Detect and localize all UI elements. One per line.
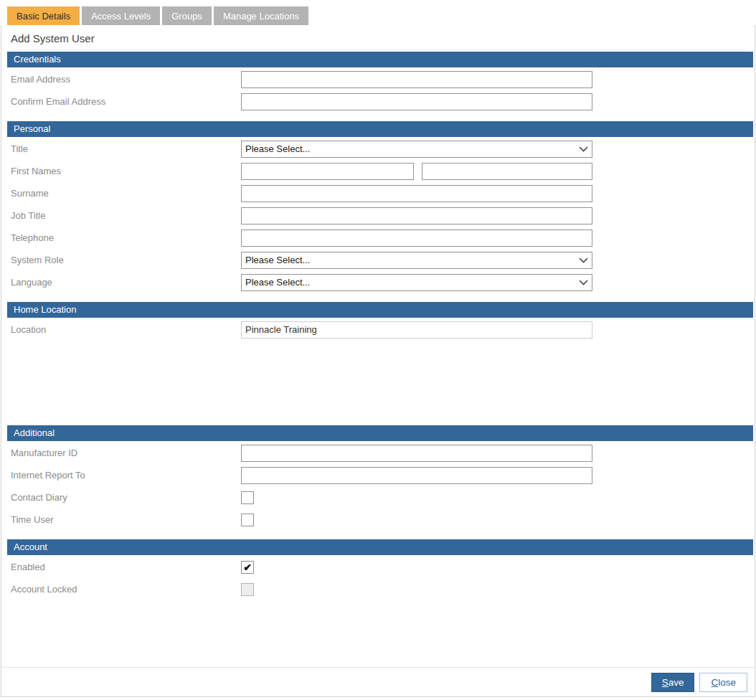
tab-strip: Basic DetailsAccess LevelsGroupsManage L… [7,6,308,25]
email-address-input[interactable] [241,71,592,88]
form-row: Manufacturer ID [1,442,755,464]
section-header-additional: Additional [7,425,753,441]
account-locked-checkbox [241,583,254,596]
title-select[interactable]: Please Select... [241,141,592,158]
first-names-inputs [241,163,592,180]
section-personal: PersonalTitlePlease Select...First Names… [1,121,755,293]
form-row: Email Address [1,68,755,90]
form-row: Telephone [1,227,755,249]
system-role-select[interactable]: Please Select... [241,252,592,269]
confirm-email-address-label: Confirm Email Address [11,96,241,107]
form-row: Contact Diary [1,486,755,509]
system-role-label: System Role [11,255,241,265]
chevron-down-icon [577,276,590,288]
form-row: Surname [1,182,755,204]
account-locked-label: Account Locked [11,584,241,595]
surname-label: Surname [11,188,241,199]
job-title-label: Job Title [11,210,241,221]
chevron-down-icon [577,254,590,266]
contact-diary-label: Contact Diary [11,492,241,503]
section-rows: Location [1,318,755,341]
telephone-input[interactable] [241,230,592,247]
title-selected-value: Please Select... [245,143,310,154]
time-user-label: Time User [11,514,241,525]
form-row: Location [1,318,755,341]
manufacturer-id-label: Manufacturer ID [11,448,241,458]
section-header-credentials: Credentials [7,52,753,67]
job-title-input[interactable] [241,207,592,224]
form-row: Internet Report To [1,464,755,486]
section-header-account: Account [7,539,753,555]
internet-report-to-input[interactable] [241,467,592,484]
form-row: System RolePlease Select... [1,249,755,271]
tab-access-levels[interactable]: Access Levels [82,6,160,25]
tab-groups[interactable]: Groups [162,6,212,25]
contact-diary-checkbox[interactable] [241,491,254,504]
time-user-checkbox[interactable] [241,514,254,526]
form-panel: Add System User CredentialsEmail Address… [1,25,755,697]
email-address-label: Email Address [11,74,241,85]
section-account: AccountEnabled✔Account Locked [1,539,755,600]
form-row: Time User [1,509,755,531]
chevron-down-icon [577,143,590,155]
section-header-personal: Personal [7,121,753,137]
form-row: First Names [1,160,755,182]
internet-report-to-label: Internet Report To [11,470,241,481]
footer-bar: Save Close [1,667,755,696]
location-input[interactable] [241,321,592,339]
telephone-label: Telephone [11,232,241,243]
enabled-label: Enabled [11,562,241,572]
spacer [1,341,755,417]
form-row: Account Locked [1,578,755,600]
form-row: Enabled✔ [1,556,755,578]
save-button[interactable]: Save [651,673,695,692]
tab-basic-details[interactable]: Basic Details [7,6,80,25]
form-row: TitlePlease Select... [1,138,755,160]
location-label: Location [11,324,241,335]
section-rows: Manufacturer IDInternet Report ToContact… [1,441,755,531]
enabled-checkbox[interactable]: ✔ [241,561,254,574]
first-names-input-1[interactable] [241,163,414,180]
section-rows: Enabled✔Account Locked [1,555,755,600]
form-row: Job Title [1,204,755,227]
section-rows: TitlePlease Select...First NamesSurnameJ… [1,137,755,293]
system-role-selected-value: Please Select... [245,255,310,265]
title-label: Title [11,143,241,154]
tab-manage-locations[interactable]: Manage Locations [214,6,308,25]
language-selected-value: Please Select... [245,277,310,288]
form-body: CredentialsEmail AddressConfirm Email Ad… [1,50,755,600]
surname-input[interactable] [241,185,592,202]
first-names-label: First Names [11,166,241,176]
section-home-location: Home LocationLocation [1,302,755,417]
page-title: Add System User [11,25,749,50]
section-rows: Email AddressConfirm Email Address [1,67,755,113]
section-additional: AdditionalManufacturer IDInternet Report… [1,425,755,531]
first-names-input-2[interactable] [422,163,592,180]
section-credentials: CredentialsEmail AddressConfirm Email Ad… [1,52,755,113]
close-button[interactable]: Close [699,673,747,692]
language-select[interactable]: Please Select... [241,274,592,291]
checkmark-icon: ✔ [243,562,252,572]
confirm-email-address-input[interactable] [241,93,592,110]
section-header-home-location: Home Location [7,302,753,318]
form-row: LanguagePlease Select... [1,271,755,293]
form-row: Confirm Email Address [1,90,755,113]
manufacturer-id-input[interactable] [241,445,592,462]
language-label: Language [11,277,241,288]
